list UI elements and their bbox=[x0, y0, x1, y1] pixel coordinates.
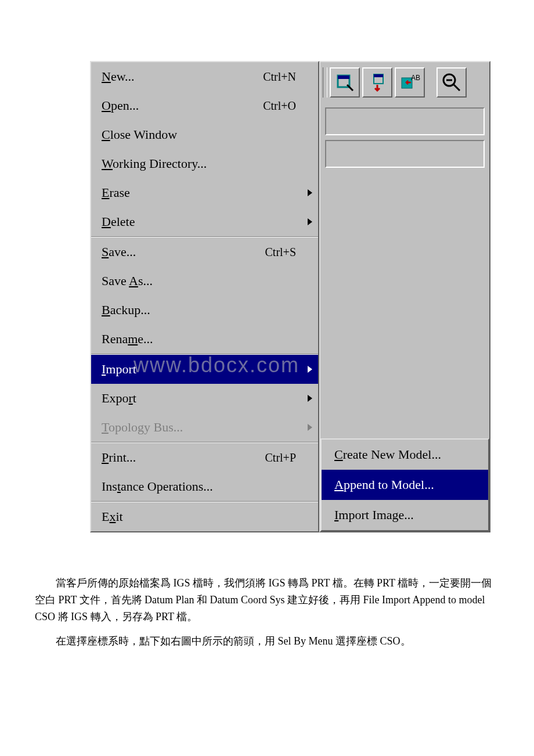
menu-instance-operations[interactable]: Instance Operations... bbox=[91, 472, 318, 501]
svg-rect-1 bbox=[338, 75, 349, 79]
chevron-right-icon bbox=[308, 395, 312, 402]
svg-line-9 bbox=[453, 84, 460, 91]
chevron-right-icon bbox=[308, 366, 312, 373]
right-panel: AB Create New Model... Append to Mod bbox=[319, 61, 490, 532]
menu-new[interactable]: New... Ctrl+N bbox=[91, 62, 318, 91]
screenshot-container: New... Ctrl+N Open... Ctrl+O Close Windo… bbox=[90, 61, 490, 532]
submenu-import-image[interactable]: Import Image... bbox=[322, 500, 488, 530]
file-menu: New... Ctrl+N Open... Ctrl+O Close Windo… bbox=[90, 61, 319, 532]
menu-save[interactable]: Save... Ctrl+S bbox=[91, 237, 318, 267]
zoom-out-icon bbox=[441, 72, 462, 93]
paragraph-1: 當客戶所傳的原始檔案爲 IGS 檔時，我們須將 IGS 轉爲 PRT 檔。在轉 … bbox=[35, 575, 499, 625]
menu-export[interactable]: Export bbox=[91, 384, 318, 413]
menu-rename[interactable]: Rename... bbox=[91, 325, 318, 354]
chevron-right-icon bbox=[308, 189, 312, 196]
menu-save-as[interactable]: Save As... bbox=[91, 267, 318, 296]
menu-exit[interactable]: Exit bbox=[91, 502, 318, 531]
empty-input-area bbox=[320, 103, 489, 177]
menu-import[interactable]: Import bbox=[91, 355, 318, 384]
zoom-window-icon bbox=[334, 72, 355, 93]
toolbar-edge bbox=[323, 67, 327, 98]
submenu-create-new-model[interactable]: Create New Model... bbox=[322, 440, 488, 470]
menu-working-directory[interactable]: Working Directory... bbox=[91, 149, 318, 178]
submenu-append-to-model[interactable]: Append to Model... bbox=[322, 470, 488, 500]
menu-erase[interactable]: Erase bbox=[91, 178, 318, 207]
menu-backup[interactable]: Backup... bbox=[91, 296, 318, 325]
zoom-out-button[interactable] bbox=[436, 67, 467, 98]
menu-delete[interactable]: Delete bbox=[91, 207, 318, 236]
svg-rect-4 bbox=[374, 74, 383, 77]
import-submenu: Create New Model... Append to Model... I… bbox=[320, 438, 489, 531]
refit-icon bbox=[367, 72, 388, 93]
refit-button[interactable] bbox=[362, 67, 392, 98]
body-text: 當客戶所傳的原始檔案爲 IGS 檔時，我們須將 IGS 轉爲 PRT 檔。在轉 … bbox=[35, 575, 499, 658]
menu-print[interactable]: Print... Ctrl+P bbox=[91, 443, 318, 472]
toolbar: AB bbox=[320, 62, 489, 103]
menu-topology-bus: Topology Bus... bbox=[91, 413, 318, 442]
input-field-2[interactable] bbox=[325, 140, 485, 168]
paragraph-2: 在選擇座標系時，點下如右圖中所示的箭頭，用 Sel By Menu 選擇座標 C… bbox=[35, 633, 499, 650]
repaint-icon: AB bbox=[399, 72, 420, 93]
menu-close-window[interactable]: Close Window bbox=[91, 120, 318, 149]
chevron-right-icon bbox=[308, 218, 312, 225]
input-field-1[interactable] bbox=[325, 107, 485, 135]
repaint-button[interactable]: AB bbox=[395, 67, 425, 98]
chevron-right-icon bbox=[308, 424, 312, 431]
menu-open[interactable]: Open... Ctrl+O bbox=[91, 91, 318, 120]
zoom-window-button[interactable] bbox=[330, 67, 360, 98]
svg-text:AB: AB bbox=[411, 74, 420, 82]
